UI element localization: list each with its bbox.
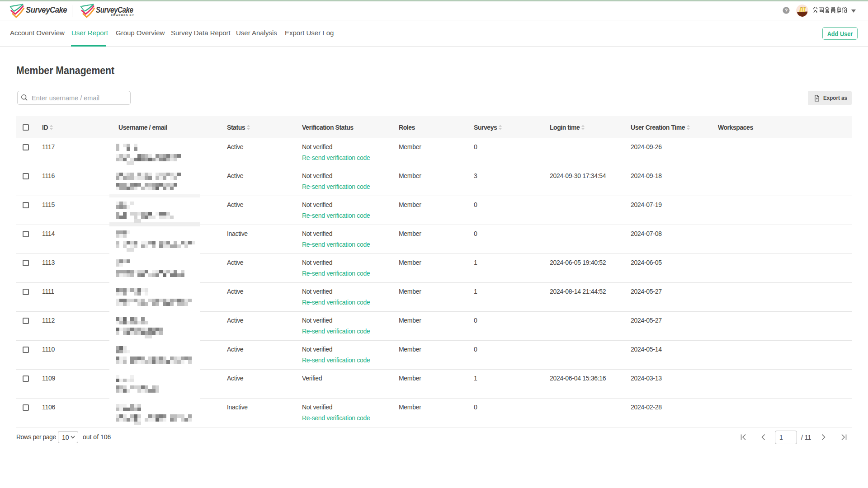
svg-text:?: ? <box>785 8 788 13</box>
